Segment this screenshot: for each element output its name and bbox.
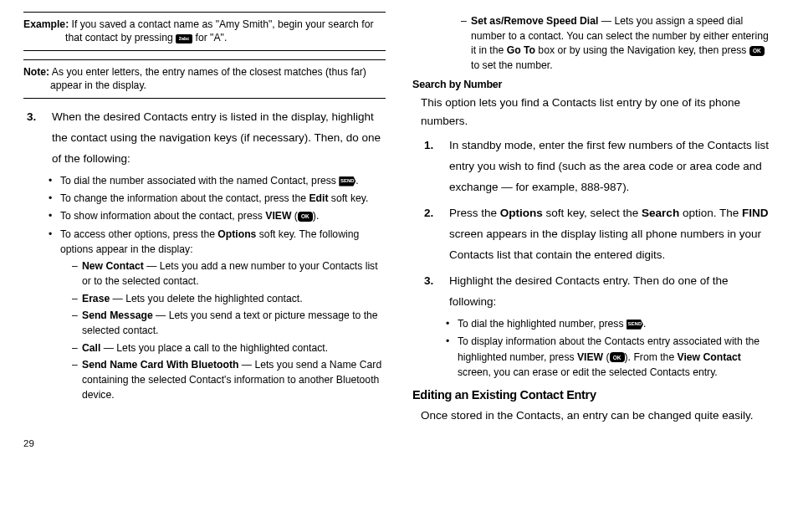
rule (23, 98, 386, 99)
note-text-1: As you enter letters, the entry names of… (49, 66, 366, 78)
rule (23, 50, 386, 51)
editing-paragraph: Once stored in the Contacts, an entry ca… (421, 407, 775, 425)
example-text-1: If you saved a contact name as "Amy Smit… (69, 18, 373, 30)
text: ( (603, 351, 609, 363)
dash-list-continued: – Set as/Remove Speed Dial — Lets you as… (412, 14, 775, 74)
edit-softkey-label: Edit (309, 192, 328, 204)
ok-key-icon: OK (610, 352, 625, 362)
text: To dial the highlighted number, press (458, 318, 627, 330)
step-number: 3. (23, 107, 52, 170)
text: — Lets you place a call to the highlight… (100, 342, 328, 354)
bullet-item: • To dial the highlighted number, press … (446, 316, 775, 331)
dash-list: – New Contact — Lets you add a new numbe… (60, 259, 386, 402)
dash-marker: – (72, 259, 82, 289)
text: Press the (449, 207, 500, 219)
step-2: 2. Press the Options soft key, select th… (421, 203, 775, 266)
text: ). From the (625, 351, 678, 363)
dash-marker: – (72, 292, 82, 307)
ok-key-icon: OK (749, 46, 765, 56)
intro-paragraph: This option lets you find a Contacts lis… (421, 94, 775, 131)
note-text-2: appear in the display. (23, 79, 386, 92)
step-body: When the desired Contacts entry is liste… (52, 107, 386, 170)
bullet-list: • To dial the number associated with the… (23, 173, 386, 406)
bullet-marker: • (49, 208, 60, 223)
option-send-message: Send Message (82, 309, 153, 321)
dash-body: Erase — Lets you delete the highlighted … (82, 292, 386, 307)
text: box or by using the Navigation key, then… (535, 44, 749, 56)
option-call: Call (82, 342, 100, 354)
view-softkey-label: VIEW (577, 351, 603, 363)
bullet-marker: • (49, 173, 60, 188)
text: . (356, 175, 358, 187)
send-key-icon: SEND (339, 176, 356, 187)
bullet-item: • To access other options, press the Opt… (49, 227, 386, 406)
step-3: 3. Highlight the desired Contacts entry.… (421, 271, 775, 313)
bullet-marker: • (49, 191, 60, 206)
text: ( (291, 210, 297, 222)
send-key-icon: SEND (627, 320, 643, 330)
dash-item: – Set as/Remove Speed Dial — Lets you as… (461, 14, 775, 74)
bullet-list: • To dial the highlighted number, press … (412, 316, 775, 380)
dash-item: – Erase — Lets you delete the highlighte… (72, 292, 386, 307)
left-column: Example: If you saved a contact name as … (23, 12, 386, 430)
text: screen, you can erase or edit the select… (458, 366, 718, 378)
step-body: In standby mode, enter the first few num… (449, 136, 775, 198)
bullet-body: To show information about the contact, p… (60, 208, 386, 223)
ok-key-icon: OK (298, 212, 313, 222)
text: ). (313, 210, 319, 222)
text: soft key. (328, 192, 368, 204)
option-erase: Erase (82, 293, 110, 304)
step-3: 3. When the desired Contacts entry is li… (23, 107, 386, 170)
text: screen appears in the display listing al… (449, 228, 761, 261)
option-new-contact: New Contact (82, 260, 144, 272)
text: — Lets you delete the highlighted contac… (110, 293, 302, 304)
search-by-number-heading: Search by Number (412, 79, 775, 90)
abc-key-icon: 2abc (176, 34, 192, 43)
goto-label: Go To (507, 44, 535, 56)
dash-body: Send Name Card With Bluetooth — Lets you… (82, 358, 386, 402)
search-option-label: Search (642, 207, 679, 219)
rule (23, 59, 386, 60)
note-label: Note: (23, 66, 49, 78)
bullet-marker: • (49, 227, 60, 406)
dash-body: Call — Lets you place a call to the high… (82, 341, 386, 356)
step-number: 1. (421, 136, 449, 198)
editing-contact-heading: Editing an Existing Contact Entry (412, 388, 775, 402)
bullet-item: • To dial the number associated with the… (49, 173, 386, 188)
step-1: 1. In standby mode, enter the first few … (421, 136, 775, 198)
step-number: 3. (421, 271, 449, 313)
example-label: Example: (23, 18, 69, 30)
text: to set the number. (471, 59, 553, 71)
step-body: Highlight the desired Contacts entry. Th… (449, 271, 775, 313)
example-box: Example: If you saved a contact name as … (23, 16, 386, 47)
option-send-name-card: Send Name Card With Bluetooth (82, 359, 238, 371)
example-text-2: that contact by pressing (65, 32, 176, 43)
page-container: Example: If you saved a contact name as … (0, 0, 798, 437)
example-text-3: for "A". (192, 32, 227, 43)
dash-item: – Send Message — Lets you send a text or… (72, 309, 386, 338)
bullet-body: To dial the number associated with the n… (60, 173, 386, 188)
bullet-item: • To display information about the Conta… (446, 334, 775, 380)
dash-item: – New Contact — Lets you add a new numbe… (72, 259, 386, 289)
step-number: 2. (421, 203, 449, 266)
dash-item: – Call — Lets you place a call to the hi… (72, 341, 386, 356)
text: option. The (679, 207, 742, 219)
right-column: – Set as/Remove Speed Dial — Lets you as… (412, 12, 775, 430)
text: To dial the number associated with the n… (60, 175, 339, 187)
text: soft key, select the (543, 207, 642, 219)
text: To show information about the contact, p… (60, 210, 265, 222)
bullet-marker: • (446, 334, 458, 380)
example-line2: that contact by pressing 2abc for "A". (23, 31, 386, 44)
bullet-marker: • (446, 316, 458, 331)
rule (23, 12, 386, 13)
dash-marker: – (72, 358, 82, 402)
text: . (643, 318, 646, 330)
text: To access other options, press the (60, 228, 217, 240)
dash-marker: – (72, 309, 82, 338)
text: To change the information about the cont… (60, 192, 309, 204)
options-softkey-label: Options (217, 228, 256, 240)
dash-marker: – (461, 14, 471, 74)
bullet-body: To access other options, press the Optio… (60, 227, 386, 406)
step-body: Press the Options soft key, select the S… (449, 203, 775, 266)
find-screen-label: FIND (742, 207, 769, 219)
